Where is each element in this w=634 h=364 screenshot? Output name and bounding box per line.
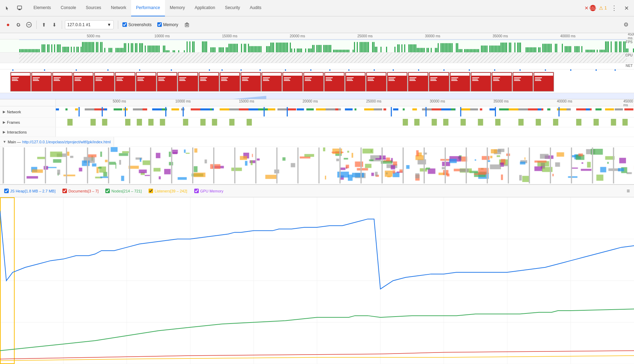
detail-ruler-20000: 20000 ms bbox=[303, 99, 318, 103]
main-track-left-border bbox=[0, 147, 3, 184]
tab-console[interactable]: Console bbox=[56, 0, 81, 16]
cpu-stripes bbox=[19, 53, 627, 63]
fps-canvas bbox=[19, 39, 634, 53]
inspect-icon[interactable] bbox=[15, 3, 24, 13]
ruler-45000ms: 45000 ms bbox=[628, 33, 634, 40]
screenshots-checkbox[interactable] bbox=[122, 22, 127, 27]
close-button[interactable]: ✕ bbox=[621, 3, 631, 13]
save-profile-button[interactable]: ⬇ bbox=[50, 20, 59, 29]
legend-js-heap[interactable]: JS Heap[1.8 MB – 2.7 MB] bbox=[4, 189, 55, 193]
legend-documents-checkbox[interactable] bbox=[62, 189, 67, 193]
tab-performance[interactable]: Performance bbox=[131, 0, 165, 16]
clear-button[interactable] bbox=[24, 20, 33, 29]
tab-elements[interactable]: Elements bbox=[29, 0, 56, 16]
legend-js-heap-label: JS Heap[1.8 MB – 2.7 MB] bbox=[10, 189, 55, 193]
tab-network[interactable]: Network bbox=[106, 0, 131, 16]
error-icon: ✕ bbox=[584, 5, 589, 11]
memory-checkbox[interactable] bbox=[157, 22, 162, 27]
detail-ruler-25000: 25000 ms bbox=[366, 99, 382, 103]
tab-right-area: ✕ 112 ⚠ 1 ⋮ ✕ bbox=[584, 3, 631, 13]
ruler-25000ms: 25000 ms bbox=[357, 34, 373, 38]
selection-indicator-row bbox=[19, 39, 627, 40]
legend-nodes-label: Nodes[214 – 721] bbox=[111, 189, 142, 193]
screenshots-label: Screenshots bbox=[128, 22, 152, 27]
network-track-row: ▶ Network bbox=[0, 106, 634, 117]
screenshots-checkbox-label[interactable]: Screenshots bbox=[122, 22, 152, 27]
network-track-content bbox=[56, 106, 634, 117]
legend-gpu-memory-checkbox[interactable] bbox=[194, 189, 199, 193]
tab-bar: Elements Console Sources Network Perform… bbox=[0, 0, 634, 16]
timeline-detail: 5000 ms 10000 ms 15000 ms 20000 ms 25000… bbox=[0, 99, 634, 185]
legend-listeners[interactable]: Listeners[39 – 242] bbox=[149, 189, 187, 193]
legend-documents-label: Documents[3 – 7] bbox=[68, 189, 98, 193]
legend-listeners-checkbox[interactable] bbox=[149, 189, 153, 193]
main-canvas bbox=[3, 147, 634, 184]
cursor-icon[interactable] bbox=[3, 3, 13, 13]
tab-sources[interactable]: Sources bbox=[81, 0, 106, 16]
performance-toolbar: ● ⬆ ⬇ 127.0.0.1 #1 ▼ Screenshots Memory bbox=[0, 16, 634, 33]
legend-js-heap-checkbox[interactable] bbox=[4, 189, 9, 193]
detail-ruler-10000: 10000 ms bbox=[175, 99, 191, 103]
ruler-35000ms: 35000 ms bbox=[493, 34, 508, 38]
main-content: 5000 ms 10000 ms 15000 ms 20000 ms 25000… bbox=[0, 33, 634, 364]
net-canvas bbox=[19, 63, 32, 69]
memory-chart-canvas bbox=[0, 197, 634, 364]
frames-track-content bbox=[56, 117, 634, 127]
interactions-track-row: ▶ Interactions bbox=[0, 127, 634, 137]
clear-recordings-button[interactable] bbox=[182, 20, 191, 29]
heap-bar: 1.8 MB – 2.7 MB HEAP bbox=[0, 93, 634, 99]
screenshots-row bbox=[0, 69, 634, 93]
network-expand-arrow[interactable]: ▶ bbox=[3, 110, 6, 114]
heap-canvas bbox=[0, 93, 634, 99]
detail-ruler-15000: 15000 ms bbox=[239, 99, 254, 103]
profile-selector[interactable]: 127.0.0.1 #1 ▼ bbox=[65, 20, 114, 29]
legend-nodes-checkbox[interactable] bbox=[105, 189, 110, 193]
legend-gpu-memory[interactable]: GPU Memory bbox=[194, 189, 224, 193]
tab-memory[interactable]: Memory bbox=[165, 0, 190, 16]
main-label-text: Main — bbox=[8, 140, 21, 144]
interactions-expand-arrow[interactable]: ▶ bbox=[3, 130, 6, 134]
ruler-30000ms: 30000 ms bbox=[425, 34, 440, 38]
legend-gpu-memory-label: GPU Memory bbox=[200, 189, 224, 193]
network-detail-canvas bbox=[56, 106, 634, 117]
main-track-content-row bbox=[0, 147, 634, 184]
svg-rect-7 bbox=[186, 23, 188, 23]
record-button[interactable]: ● bbox=[3, 20, 13, 29]
tab-application[interactable]: Application bbox=[190, 0, 220, 16]
detail-ruler-5000: 5000 ms bbox=[113, 99, 126, 103]
legend-nodes[interactable]: Nodes[214 – 721] bbox=[105, 189, 142, 193]
error-badge: ✕ 112 bbox=[584, 5, 596, 11]
tab-audits[interactable]: Audits bbox=[245, 0, 266, 16]
frames-track-label[interactable]: ▶ Frames bbox=[0, 117, 56, 127]
network-track-label[interactable]: ▶ Network bbox=[0, 106, 56, 117]
load-profile-button[interactable]: ⬆ bbox=[39, 20, 48, 29]
devtools-icons bbox=[3, 3, 24, 13]
toolbar-divider-2 bbox=[62, 21, 62, 29]
main-track-label[interactable]: ▼ Main — http://127.0.0.1/expclass/ztpro… bbox=[0, 137, 114, 146]
svg-rect-2 bbox=[18, 9, 21, 9]
interactions-label-text: Interactions bbox=[7, 130, 27, 134]
frames-expand-arrow[interactable]: ▶ bbox=[3, 120, 6, 124]
detail-ruler-35000: 35000 ms bbox=[493, 99, 509, 103]
tab-security[interactable]: Security bbox=[220, 0, 245, 16]
cpu-bar: CPU bbox=[0, 53, 634, 63]
ruler-40000ms: 40000 ms bbox=[560, 34, 575, 38]
more-button[interactable]: ⋮ bbox=[610, 3, 619, 13]
ruler-15000ms: 15000 ms bbox=[222, 34, 237, 38]
detail-ruler-45000: 45000 ms bbox=[624, 99, 633, 107]
legend-documents[interactable]: Documents[3 – 7] bbox=[62, 189, 98, 193]
settings-button[interactable]: ⚙ bbox=[621, 20, 631, 29]
main-expand-arrow[interactable]: ▼ bbox=[3, 140, 6, 144]
memory-chart bbox=[0, 197, 634, 364]
memory-label: Memory bbox=[163, 22, 178, 27]
reload-record-button[interactable] bbox=[14, 20, 23, 29]
memory-checkbox-label[interactable]: Memory bbox=[157, 22, 178, 27]
interactions-track-label[interactable]: ▶ Interactions bbox=[0, 127, 56, 137]
net-label: NET bbox=[626, 64, 633, 68]
net-bar: NET bbox=[0, 63, 634, 69]
warn-count: 1 bbox=[604, 6, 607, 10]
frames-track-row: ▶ Frames bbox=[0, 117, 634, 127]
ruler-5000ms: 5000 ms bbox=[87, 34, 100, 38]
legend-menu-button[interactable]: ≡ bbox=[627, 188, 630, 194]
screenshots-canvas bbox=[0, 69, 634, 93]
